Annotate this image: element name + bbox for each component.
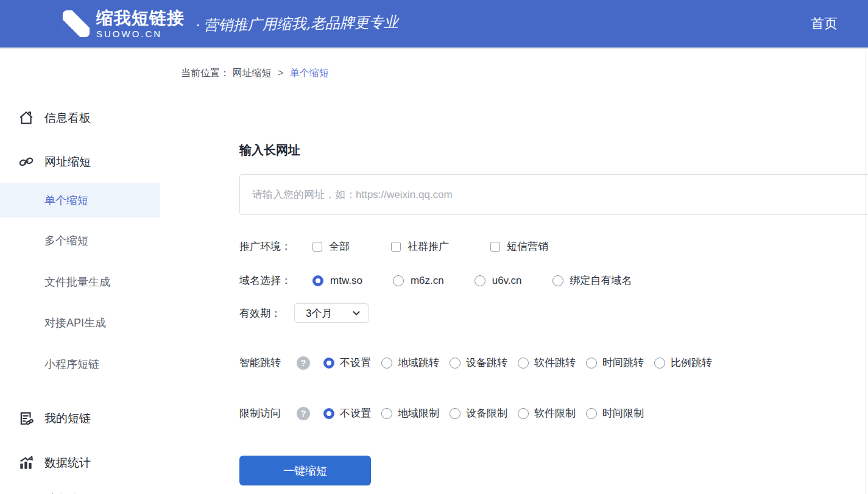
validity-selected-value: 3个月 xyxy=(306,306,332,320)
radio-icon[interactable] xyxy=(381,358,392,369)
main-content: 当前位置： 网址缩短 > 单个缩短 输入长网址 推广环境： 全部 社群推广 xyxy=(160,49,868,493)
sidebar-item-api-generate[interactable]: 对接API生成 xyxy=(0,311,160,335)
checkbox-icon[interactable] xyxy=(490,242,500,252)
shorten-form: 输入长网址 推广环境： 全部 社群推广 短信营销 xyxy=(239,142,868,485)
sidebar-item-url-shorten[interactable]: 网址缩短 xyxy=(0,150,160,174)
domain-select-row: 域名选择： mtw.so m6z.cn u6v.cn 绑定自有域名 xyxy=(239,273,868,288)
section-title: 输入长网址 xyxy=(239,142,868,158)
radio-option-m6z-cn[interactable]: m6z.cn xyxy=(393,275,444,287)
brand-text: 缩我短链接 SUOWO.CN xyxy=(96,10,185,38)
checkbox-icon[interactable] xyxy=(391,242,401,252)
breadcrumb-current[interactable]: 单个缩短 xyxy=(290,68,329,78)
breadcrumb-parent[interactable]: 网址缩短 xyxy=(232,68,271,78)
validity-row: 有效期： 3个月 xyxy=(239,303,868,323)
chevron-down-icon xyxy=(352,309,361,317)
radio-icon[interactable] xyxy=(475,275,485,286)
radio-jump-software[interactable]: 软件跳转 xyxy=(518,356,576,370)
checkbox-option-sms[interactable]: 短信营销 xyxy=(490,239,548,253)
radio-option-custom-domain[interactable]: 绑定自有域名 xyxy=(552,273,632,288)
validity-label: 有效期： xyxy=(239,306,281,320)
document-link-icon xyxy=(17,409,35,428)
sidebar-item-dashboard[interactable]: 信息看板 xyxy=(0,106,160,130)
radio-jump-ratio[interactable]: 比例跳转 xyxy=(654,356,712,370)
content-right-divider xyxy=(866,50,866,494)
sidebar-item-multi-shorten[interactable]: 多个缩短 xyxy=(0,228,160,253)
radio-limit-region[interactable]: 地域限制 xyxy=(381,406,439,420)
radio-limit-time[interactable]: 时间限制 xyxy=(586,406,644,420)
radio-icon[interactable] xyxy=(381,408,392,419)
radio-jump-device[interactable]: 设备跳转 xyxy=(450,356,507,370)
radio-icon[interactable] xyxy=(654,358,665,369)
checkbox-option-all[interactable]: 全部 xyxy=(312,239,350,253)
sidebar-item-domain-manage[interactable]: 域名管理 xyxy=(0,487,160,494)
home-icon xyxy=(17,109,35,127)
validity-select[interactable]: 3个月 xyxy=(294,303,369,323)
page-body: 信息看板 网址缩短 单个缩短 多个缩短 文件批量生成 对接API生成 小程 xyxy=(0,49,868,493)
radio-option-mtw-so[interactable]: mtw.so xyxy=(312,275,362,287)
sidebar-item-statistics[interactable]: 数据统计 xyxy=(0,451,160,475)
sidebar-item-my-links[interactable]: 我的短链 xyxy=(0,406,160,431)
radio-icon[interactable] xyxy=(552,275,563,286)
help-question-icon[interactable]: ? xyxy=(297,356,310,370)
radio-limit-device[interactable]: 设备限制 xyxy=(450,406,507,420)
radio-icon[interactable] xyxy=(518,358,529,369)
radio-selected-icon[interactable] xyxy=(323,408,334,419)
checkbox-icon[interactable] xyxy=(312,242,322,252)
help-question-icon[interactable]: ? xyxy=(297,407,310,420)
sidebar-item-miniprogram-link[interactable]: 小程序短链 xyxy=(0,352,160,376)
smart-jump-row: 智能跳转 ? 不设置 地域跳转 设备跳转 软件跳转 xyxy=(239,356,868,370)
radio-jump-time[interactable]: 时间跳转 xyxy=(586,356,644,370)
globe-icon xyxy=(17,490,35,494)
brand[interactable]: 缩我短链接 SUOWO.CN · 营销推广用缩我,老品牌更专业 xyxy=(62,10,398,38)
radio-jump-region[interactable]: 地域跳转 xyxy=(381,356,439,370)
radio-option-u6v-cn[interactable]: u6v.cn xyxy=(475,275,522,287)
domain-select-label: 域名选择： xyxy=(239,273,312,288)
access-limit-row: 限制访问 ? 不设置 地域限制 设备限制 软件限制 xyxy=(239,406,868,420)
radio-icon[interactable] xyxy=(586,408,597,419)
radio-selected-icon[interactable] xyxy=(323,358,334,369)
promo-env-label: 推广环境： xyxy=(239,239,312,253)
radio-limit-software[interactable]: 软件限制 xyxy=(518,406,576,420)
radio-icon[interactable] xyxy=(393,275,404,286)
radio-icon[interactable] xyxy=(518,408,529,419)
brand-logo-icon xyxy=(62,10,90,38)
sidebar-item-file-batch[interactable]: 文件批量生成 xyxy=(0,270,160,294)
header: 缩我短链接 SUOWO.CN · 营销推广用缩我,老品牌更专业 首页 xyxy=(0,0,868,49)
radio-limit-none[interactable]: 不设置 xyxy=(323,406,371,420)
link-icon xyxy=(17,153,35,171)
brand-name: 缩我短链接 xyxy=(96,10,185,27)
sidebar-item-single-shorten[interactable]: 单个缩短 xyxy=(0,183,160,217)
radio-icon[interactable] xyxy=(450,358,460,369)
promo-env-row: 推广环境： 全部 社群推广 短信营销 xyxy=(239,239,868,253)
sidebar: 信息看板 网址缩短 单个缩短 多个缩短 文件批量生成 对接API生成 小程 xyxy=(0,49,160,493)
shorten-submit-button[interactable]: 一键缩短 xyxy=(239,456,371,485)
breadcrumb: 当前位置： 网址缩短 > 单个缩短 xyxy=(181,67,868,80)
breadcrumb-prefix: 当前位置： xyxy=(181,68,230,78)
long-url-input[interactable] xyxy=(239,174,868,215)
breadcrumb-separator: > xyxy=(278,68,283,78)
bar-chart-icon xyxy=(17,454,35,472)
checkbox-option-community[interactable]: 社群推广 xyxy=(391,239,449,253)
radio-selected-icon[interactable] xyxy=(312,275,323,286)
radio-icon[interactable] xyxy=(586,358,597,369)
radio-icon[interactable] xyxy=(450,408,460,419)
nav-home-link[interactable]: 首页 xyxy=(811,15,838,33)
brand-tagline: · 营销推广用缩我,老品牌更专业 xyxy=(194,12,398,35)
brand-domain: SUOWO.CN xyxy=(96,29,185,38)
radio-jump-none[interactable]: 不设置 xyxy=(323,356,371,370)
